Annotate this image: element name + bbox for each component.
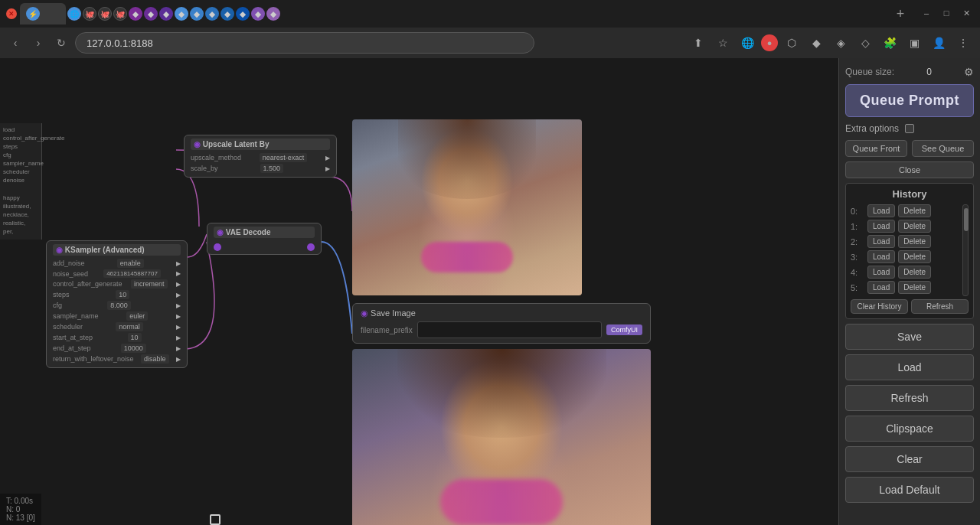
right-sidebar: Queue size: 0 ⚙ Queue Prompt Extra optio… [838,58,980,525]
extension-icon-2[interactable]: ⬡ [781,32,802,54]
history-item-4: 4: Load Delete [851,266,961,279]
favicon-blue3[interactable]: ◆ [205,7,219,21]
history-delete-2[interactable]: Delete [898,235,931,248]
favicon-purple4[interactable]: ◆ [251,7,265,21]
vae-node: ◉ VAE Decode [207,223,322,255]
favicon-blue1[interactable]: ◆ [175,7,188,21]
tab-favicons-row: ⚡ 🌐 🐙 🐙 🐙 ◆ ◆ ◆ ◆ ◆ ◆ ◆ ◆ ◆ ◆ [20,3,888,24]
history-delete-3[interactable]: Delete [898,250,931,263]
clear-button[interactable]: Clear [845,446,974,472]
refresh-history-button[interactable]: Refresh [911,299,969,314]
tab-favicon: ⚡ [26,7,40,21]
history-delete-1[interactable]: Delete [898,220,931,233]
favicon-purple3[interactable]: ◆ [159,7,173,21]
status-bar: T: 0.00s N: 0 N: 13 [0] [0,494,41,525]
extra-options-checkbox[interactable] [905,124,914,133]
history-item-0: 0: Load Delete [851,204,961,217]
close-button[interactable]: Close [845,161,974,178]
favicon-purple2[interactable]: ◆ [144,7,158,21]
sidebar-toggle[interactable]: ▣ [903,32,925,54]
close-icon[interactable]: ✕ [959,8,974,19]
scale-by-row: scale_by 1.500 ▶ [191,163,330,174]
extension-icon-4[interactable]: ◈ [830,32,851,54]
main-content: load control_after_generate steps cfg sa… [0,58,980,525]
upscale-node: ◉ Upscale Latent By upscale_method neare… [184,135,337,178]
history-item-5: 5: Load Delete [851,281,961,294]
extra-options-row: Extra options [845,122,974,135]
extension-puzzle[interactable]: 🧩 [879,32,900,54]
see-queue-button[interactable]: See Queue [912,140,974,157]
tab-bar: ✕ ⚡ 🌐 🐙 🐙 🐙 ◆ ◆ ◆ ◆ ◆ ◆ ◆ ◆ ◆ ◆ + – □ ✕ [0,0,980,28]
queue-size-label: Queue size: [845,67,894,77]
settings-gear-button[interactable]: ⚙ [964,66,974,78]
history-load-4[interactable]: Load [867,266,895,279]
bookmark-icon[interactable]: ☆ [712,32,733,54]
ksampler-node: ◉ KSampler (Advanced) add_noise enable ▶… [46,240,188,368]
favicon-blue5[interactable]: ◆ [236,7,250,21]
node-graph: load control_after_generate steps cfg sa… [0,58,838,525]
favicon-github3[interactable]: 🐙 [113,7,127,21]
back-button[interactable]: ‹ [6,34,24,52]
forward-button[interactable]: › [29,34,47,52]
extension-icon-5[interactable]: ◇ [854,32,876,54]
reload-button[interactable]: ↻ [52,34,70,52]
minimize-icon[interactable]: – [919,8,934,19]
history-delete-0[interactable]: Delete [898,204,931,217]
extra-options-label: Extra options [845,123,899,134]
load-default-button[interactable]: Load Default [845,477,974,503]
history-item-3: 3: Load Delete [851,250,961,263]
save-image-title: ◉ Save Image [361,308,642,318]
share-icon[interactable]: ⬆ [688,32,709,54]
comfyui-badge: ComfyUI [606,324,642,335]
toolbar-icons: ⬆ ☆ 🌐 ● ⬡ ◆ ◈ ◇ 🧩 ▣ 👤 ⋮ [688,32,974,54]
save-button[interactable]: Save [845,324,974,350]
history-section: History 0: Load Delete 1: Load Delete [845,183,974,319]
favicon-github2[interactable]: 🐙 [98,7,112,21]
favicon-chrome[interactable]: 🌐 [67,7,81,21]
extension-icon-3[interactable]: ◆ [805,32,827,54]
history-load-0[interactable]: Load [867,204,895,217]
queue-front-button[interactable]: Queue Front [845,140,907,157]
maximize-icon[interactable]: □ [939,8,954,19]
extension-icon-1[interactable]: 🌐 [737,32,758,54]
menu-dots[interactable]: ⋮ [952,32,974,54]
history-load-2[interactable]: Load [867,235,895,248]
generated-image-top [352,119,582,295]
history-item-1: 1: Load Delete [851,220,961,233]
history-title: History [851,188,969,200]
clear-history-button[interactable]: Clear History [851,299,908,314]
refresh-button[interactable]: Refresh [845,385,974,411]
favicon-purple5[interactable]: ◆ [266,7,280,21]
favicon-github1[interactable]: 🐙 [83,7,96,21]
queue-prompt-button[interactable]: Queue Prompt [845,84,974,117]
address-bar: ‹ › ↻ ⬆ ☆ 🌐 ● ⬡ ◆ ◈ ◇ 🧩 ▣ 👤 ⋮ [0,28,980,58]
load-button[interactable]: Load [845,354,974,380]
generated-image-bottom [352,349,651,525]
queue-size-value: 0 [926,67,932,77]
history-load-5[interactable]: Load [867,281,895,294]
cursor-indicator [210,514,220,525]
profile-avatar[interactable]: 👤 [928,32,949,54]
history-scrollbar[interactable] [962,204,969,296]
history-load-3[interactable]: Load [867,250,895,263]
favicon-blue2[interactable]: ◆ [190,7,204,21]
save-image-node: ◉ Save Image filename_prefix ComfyUI [352,303,651,344]
history-delete-5[interactable]: Delete [898,281,931,294]
favicon-blue4[interactable]: ◆ [220,7,234,21]
vae-node-title: ◉ VAE Decode [214,227,315,238]
clipspace-button[interactable]: Clipspace [845,416,974,442]
window-controls: – □ ✕ [919,8,974,19]
profile-icon[interactable]: ● [761,34,778,51]
filename-prefix-input[interactable] [417,321,602,338]
active-tab[interactable]: ⚡ [20,3,66,24]
history-item-2: 2: Load Delete [851,235,961,248]
queue-actions-row: Queue Front See Queue [845,140,974,157]
favicon-purple1[interactable]: ◆ [129,7,142,21]
canvas-area[interactable]: load control_after_generate steps cfg sa… [0,58,838,525]
history-load-1[interactable]: Load [867,220,895,233]
tab-close-button[interactable]: ✕ [6,8,17,19]
new-tab-button[interactable]: + [891,5,910,23]
address-input[interactable] [75,32,534,54]
history-delete-4[interactable]: Delete [898,266,931,279]
queue-size-row: Queue size: 0 ⚙ [845,64,974,80]
